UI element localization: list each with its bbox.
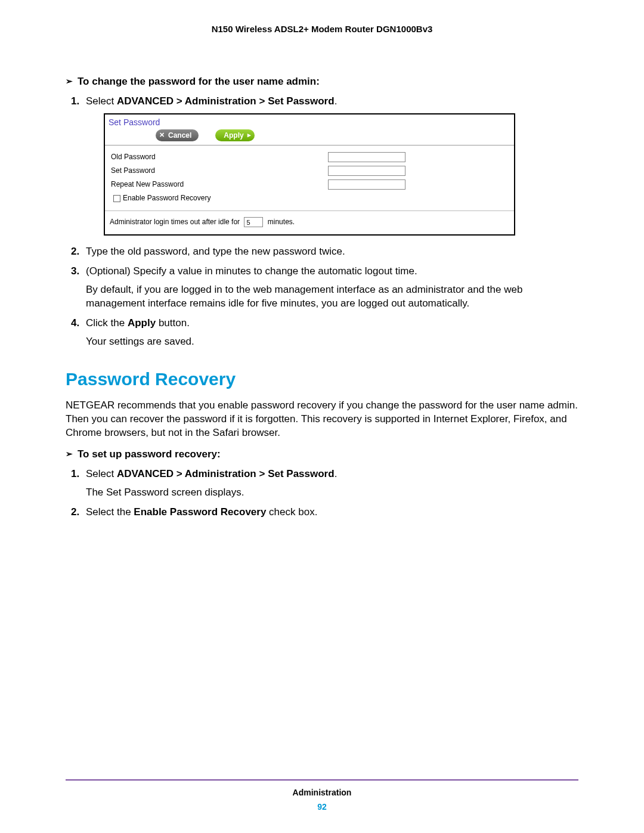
step-text-post: button. [156,317,190,329]
step-bold: Apply [128,317,156,329]
set-password-figure: Set Password ✕ Cancel Apply ▸ [104,113,515,236]
step-2: Select the Enable Password Recovery chec… [82,506,578,519]
apply-button-label: Apply [224,131,243,140]
set-password-input[interactable] [328,166,405,176]
step-text: Select the [86,506,134,518]
figure-header: Set Password ✕ Cancel Apply ▸ [105,114,514,145]
step-2: Type the old password, and type the new … [82,245,578,259]
procedure-heading-text: To change the password for the user name… [78,76,320,87]
idle-timeout-post: minutes. [268,218,295,226]
step-extra-text: Your settings are saved. [86,335,578,349]
step-text: (Optional) Specify a value in minutes to… [86,265,417,277]
page: N150 Wireless ADSL2+ Modem Router DGN100… [0,0,644,833]
steps-list-setup-recovery: Select ADVANCED > Administration > Set P… [82,467,578,519]
password-fields-table: Old Password Set Password Repeat New Pas… [110,150,509,205]
procedure-heading-setup-recovery: ➢To set up password recovery: [66,448,578,460]
figure-toolbar: ✕ Cancel Apply ▸ [105,129,514,145]
triangle-bullet-icon: ➢ [66,76,73,86]
step-1: Select ADVANCED > Administration > Set P… [82,467,578,500]
step-4: Click the Apply button. Your settings ar… [82,317,578,349]
idle-timeout-pre: Administrator login times out after idle… [110,218,240,226]
step-extra-text: By default, if you are logged in to the … [86,283,578,311]
section-intro: NETGEAR recommends that you enable passw… [66,399,578,440]
table-row: Old Password [110,150,509,164]
old-password-input[interactable] [328,152,405,162]
enable-recovery-label: Enable Password Recovery [123,194,210,202]
step-bold: Enable Password Recovery [134,506,266,518]
close-icon: ✕ [159,132,165,138]
footer-section-name: Administration [66,788,578,797]
footer-page-number: 92 [66,802,578,812]
step-text: Type the old password, and type the new … [86,246,345,257]
document-header: N150 Wireless ADSL2+ Modem Router DGN100… [66,24,578,34]
table-row: Set Password [110,164,509,178]
step-text: Select [86,95,117,107]
repeat-password-label: Repeat New Password [110,178,327,191]
step-text-post: . [335,95,338,107]
footer-rule [66,779,578,781]
procedure-heading-change-password: ➢To change the password for the user nam… [66,76,578,88]
table-row: Repeat New Password [110,178,509,191]
step-1: Select ADVANCED > Administration > Set P… [82,95,578,236]
figure-title: Set Password [105,114,514,129]
step-text-post: . [335,468,338,479]
step-3: (Optional) Specify a value in minutes to… [82,265,578,311]
step-bold: ADVANCED > Administration > Set Password [117,95,335,107]
step-text-post: check box. [266,506,317,518]
step-bold: ADVANCED > Administration > Set Password [117,468,335,479]
procedure-heading-text: To set up password recovery: [78,448,221,460]
apply-button[interactable]: Apply ▸ [215,129,254,141]
old-password-label: Old Password [110,150,327,164]
cancel-button-label: Cancel [168,131,191,140]
step-extra-text: The Set Password screen displays. [86,486,578,500]
figure-form: Old Password Set Password Repeat New Pas… [105,145,514,207]
figure-idle-row: Administrator login times out after idle… [105,210,514,234]
cancel-button[interactable]: ✕ Cancel [156,129,199,141]
set-password-label: Set Password [110,164,327,178]
step-text: Click the [86,317,128,329]
page-footer: Administration 92 [66,779,578,812]
enable-recovery-checkbox[interactable] [113,195,120,202]
step-text: Select [86,468,117,479]
table-row: Enable Password Recovery [110,191,509,205]
repeat-password-input[interactable] [328,179,405,190]
triangle-bullet-icon: ➢ [66,449,73,459]
arrow-right-icon: ▸ [247,132,251,138]
steps-list-change-password: Select ADVANCED > Administration > Set P… [82,95,578,349]
section-heading-password-recovery: Password Recovery [66,369,578,389]
idle-timeout-input[interactable] [244,217,263,227]
